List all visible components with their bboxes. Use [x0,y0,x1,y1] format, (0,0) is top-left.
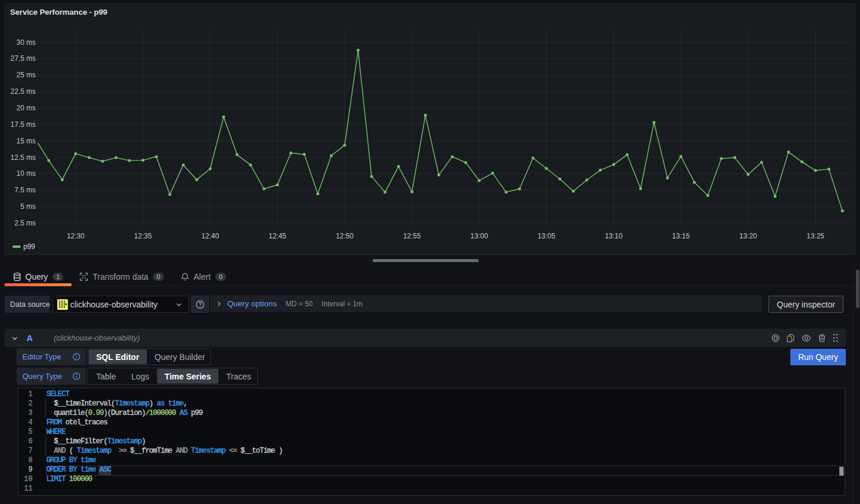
svg-text:17.5 ms: 17.5 ms [11,120,36,129]
svg-text:15 ms: 15 ms [17,137,36,145]
svg-text:13:00: 13:00 [470,232,488,240]
svg-text:13:20: 13:20 [739,232,757,240]
svg-text:12:35: 12:35 [134,232,152,240]
svg-text:30 ms: 30 ms [17,38,36,47]
svg-text:27.5 ms: 27.5 ms [11,54,36,63]
svg-text:12:55: 12:55 [403,232,421,240]
svg-text:12.5 ms: 12.5 ms [11,153,36,162]
svg-text:25 ms: 25 ms [17,71,36,79]
svg-text:13:25: 13:25 [806,232,824,240]
svg-text:13:05: 13:05 [538,232,555,240]
svg-text:10 ms: 10 ms [17,169,36,178]
svg-text:13:15: 13:15 [672,232,690,240]
svg-text:12:45: 12:45 [269,232,286,240]
svg-text:2.5 ms: 2.5 ms [14,219,35,227]
svg-text:12:50: 12:50 [336,232,354,240]
svg-text:12:30: 12:30 [67,232,84,240]
svg-text:5 ms: 5 ms [20,202,35,211]
svg-text:20 ms: 20 ms [17,104,36,112]
svg-text:7.5 ms: 7.5 ms [14,186,35,194]
svg-text:22.5 ms: 22.5 ms [11,87,36,96]
svg-text:12:40: 12:40 [201,232,219,240]
svg-text:13:10: 13:10 [605,232,623,240]
